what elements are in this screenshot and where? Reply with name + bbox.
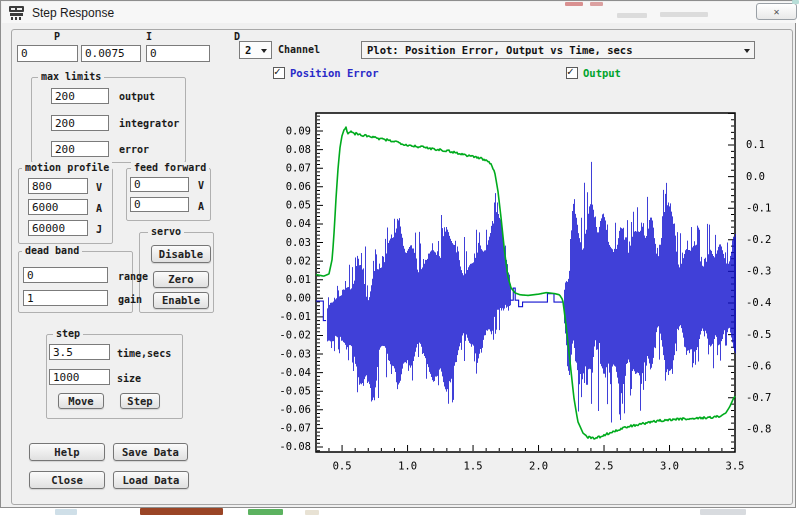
screen-artifact [617, 13, 647, 18]
check-icon: ✓ [274, 65, 281, 78]
enable-button[interactable]: Enable [153, 292, 209, 309]
move-button[interactable]: Move [58, 393, 104, 409]
ff-accel-unit-label: A [198, 201, 204, 212]
max-error-input[interactable] [51, 141, 109, 157]
max-output-label: output [119, 91, 155, 102]
plot-type-select[interactable]: Plot: Position Error, Output vs Time, se… [361, 41, 755, 59]
max-error-label: error [119, 144, 149, 155]
motion-profile-legend: motion profile [22, 162, 112, 173]
ff-velocity-unit-label: V [198, 180, 204, 191]
max-integrator-label: integrator [119, 118, 179, 129]
channel-label: Channel [278, 44, 320, 55]
d-input[interactable] [146, 45, 210, 62]
check-icon: ✓ [567, 65, 574, 78]
disable-button[interactable]: Disable [151, 245, 211, 263]
ff-accel-input[interactable] [130, 197, 189, 212]
feed-forward-group: feed forward [126, 168, 211, 221]
jerk-input[interactable] [28, 220, 88, 236]
output-label: Output [583, 67, 621, 79]
window-close-button[interactable]: ✕ [756, 3, 797, 20]
plot-type-value: Plot: Position Error, Output vs Time, se… [367, 44, 633, 56]
chevron-down-icon [261, 49, 267, 53]
velocity-unit-label: V [96, 182, 102, 193]
accel-input[interactable] [28, 199, 88, 215]
window-title: Step Response [32, 6, 114, 20]
screen-artifact [248, 509, 283, 515]
screen-artifact [305, 510, 319, 515]
channel-value: 2 [245, 44, 251, 56]
p-input[interactable] [17, 45, 78, 62]
screen-artifact [792, 0, 799, 4]
zero-button[interactable]: Zero [153, 271, 209, 288]
position-error-checkbox[interactable]: ✓ [273, 67, 285, 79]
screen-artifact [700, 509, 746, 515]
channel-select[interactable]: 2 [239, 41, 272, 59]
step-size-label: size [117, 373, 141, 384]
p-label: P [47, 31, 67, 42]
screen: Step Response ✕ P I D 2 Channel Plot: Po… [0, 0, 799, 515]
output-checkbox[interactable]: ✓ [566, 67, 578, 79]
i-input[interactable] [81, 45, 141, 62]
position-error-label: Position Error [290, 67, 379, 79]
max-output-input[interactable] [51, 88, 109, 104]
screen-artifact [140, 508, 223, 515]
i-label: I [139, 31, 159, 42]
save-data-button[interactable]: Save Data [113, 443, 188, 461]
load-data-button[interactable]: Load Data [113, 471, 189, 489]
dead-band-legend: dead band [22, 245, 82, 256]
chevron-down-icon [744, 49, 750, 53]
max-limits-legend: max limits [38, 71, 104, 82]
jerk-unit-label: J [96, 224, 102, 235]
ff-velocity-input[interactable] [130, 177, 189, 192]
deadband-gain-input[interactable] [23, 290, 108, 306]
screen-artifact [565, 2, 583, 6]
deadband-range-input[interactable] [23, 267, 108, 283]
close-button[interactable]: Close [29, 471, 105, 489]
step-time-label: time,secs [117, 348, 171, 359]
velocity-input[interactable] [28, 178, 88, 194]
screen-artifact [660, 12, 708, 17]
screen-artifact [55, 509, 77, 515]
max-integrator-input[interactable] [51, 115, 109, 131]
deadband-gain-label: gain [118, 294, 142, 305]
app-icon [8, 5, 25, 21]
accel-unit-label: A [96, 203, 102, 214]
screen-artifact [590, 2, 603, 6]
close-icon: ✕ [773, 6, 779, 17]
help-button[interactable]: Help [29, 443, 105, 461]
step-response-window: Step Response ✕ P I D 2 Channel Plot: Po… [0, 0, 796, 508]
step-legend: step [53, 328, 83, 339]
deadband-range-label: range [118, 271, 148, 282]
step-response-plot [271, 106, 796, 486]
step-time-input[interactable] [49, 344, 110, 360]
step-button[interactable]: Step [120, 393, 160, 409]
servo-legend: servo [148, 226, 184, 237]
step-size-input[interactable] [49, 369, 110, 385]
feed-forward-legend: feed forward [131, 162, 209, 173]
